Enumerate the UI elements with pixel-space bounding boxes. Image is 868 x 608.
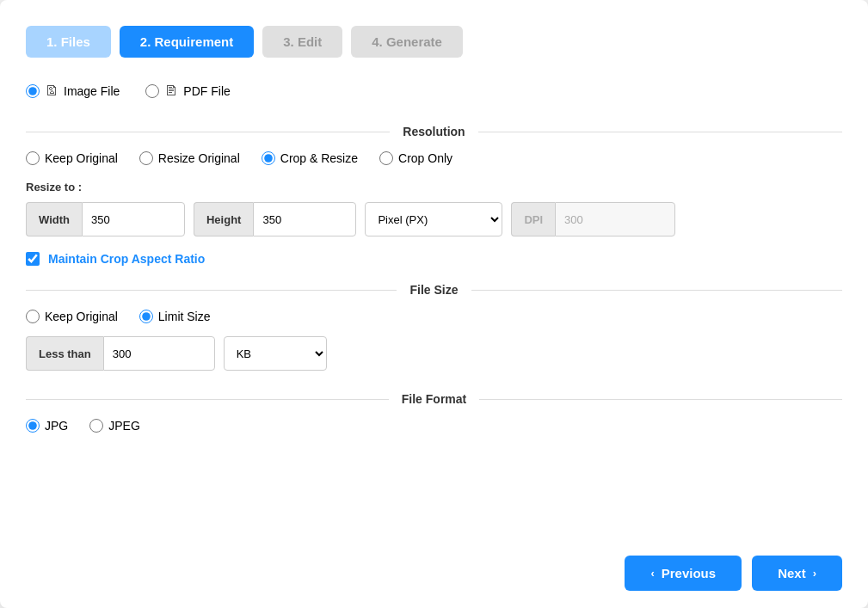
next-button[interactable]: Next › xyxy=(752,556,842,591)
step-4-generate: 4. Generate xyxy=(351,26,463,58)
resize-inputs-row: Width Height Pixel (PX) Inch (IN) Centim… xyxy=(26,202,842,236)
height-input-group: Height xyxy=(194,202,356,236)
filesize-section-title: File Size xyxy=(397,283,471,297)
height-input[interactable] xyxy=(253,202,356,236)
image-file-option[interactable]: 🖻 Image File xyxy=(26,83,120,99)
width-input[interactable] xyxy=(82,202,185,236)
pdf-file-option[interactable]: 🖹 PDF File xyxy=(145,83,230,99)
pdf-file-radio[interactable] xyxy=(145,84,159,98)
previous-label: Previous xyxy=(662,566,716,580)
filesize-keep-original-radio[interactable] xyxy=(26,310,40,323)
main-container: 1. Files 2. Requirement 3. Edit 4. Gener… xyxy=(0,0,868,608)
resolution-divider: Resolution xyxy=(26,125,842,138)
next-chevron-icon: › xyxy=(813,567,816,580)
image-file-radio[interactable] xyxy=(26,84,40,98)
filesize-keep-original-label: Keep Original xyxy=(45,310,118,323)
image-file-icon: 🖻 xyxy=(45,83,58,99)
resolution-crop-resize-label: Crop & Resize xyxy=(280,151,358,165)
height-prefix: Height xyxy=(194,202,253,236)
image-file-label: Image File xyxy=(64,84,120,98)
filesize-limit-size-label: Limit Size xyxy=(158,310,211,323)
filesize-limit-size[interactable]: Limit Size xyxy=(139,310,211,323)
resolution-crop-resize[interactable]: Crop & Resize xyxy=(262,151,358,165)
file-type-section: 🖻 Image File 🖹 PDF File xyxy=(26,83,842,99)
filesize-keep-original[interactable]: Keep Original xyxy=(26,310,118,323)
resolution-resize-original-label: Resize Original xyxy=(158,151,240,165)
dpi-input-group: DPI xyxy=(511,202,675,236)
format-jpeg-label: JPEG xyxy=(108,419,140,433)
format-jpg-radio[interactable] xyxy=(26,419,40,433)
fileformat-divider-line-right xyxy=(479,399,842,400)
step-2-requirement[interactable]: 2. Requirement xyxy=(120,26,254,58)
resize-to-label: Resize to : xyxy=(26,181,842,193)
resolution-keep-original-label: Keep Original xyxy=(45,151,118,165)
step-1-files[interactable]: 1. Files xyxy=(26,26,111,58)
fileformat-section-title: File Format xyxy=(389,392,479,406)
filesize-unit-select[interactable]: KB MB xyxy=(224,336,327,371)
resolution-crop-only-radio[interactable] xyxy=(379,151,393,165)
format-jpeg-option[interactable]: JPEG xyxy=(89,419,140,433)
previous-button[interactable]: ‹ Previous xyxy=(625,556,742,591)
footer-navigation: ‹ Previous Next › xyxy=(26,530,842,591)
resolution-section-title: Resolution xyxy=(390,125,477,138)
resolution-resize-original[interactable]: Resize Original xyxy=(139,151,240,165)
fileformat-options-row: JPG JPEG xyxy=(26,419,842,433)
step-3-edit: 3. Edit xyxy=(262,26,342,58)
resolution-crop-only[interactable]: Crop Only xyxy=(379,151,452,165)
dpi-prefix: DPI xyxy=(511,202,555,236)
previous-chevron-icon: ‹ xyxy=(650,567,654,580)
filesize-input-row: Less than KB MB xyxy=(26,336,842,371)
maintain-crop-checkbox[interactable] xyxy=(26,252,40,266)
less-than-group: Less than xyxy=(26,336,215,371)
fileformat-divider: File Format xyxy=(26,392,842,406)
resolution-crop-resize-radio[interactable] xyxy=(262,151,275,165)
maintain-crop-row: Maintain Crop Aspect Ratio xyxy=(26,252,842,266)
divider-line-left xyxy=(26,132,390,132)
dpi-input xyxy=(555,202,675,236)
fileformat-divider-line-left xyxy=(26,399,389,400)
resolution-options-row: Keep Original Resize Original Crop & Res… xyxy=(26,151,842,165)
next-label: Next xyxy=(778,566,806,580)
filesize-divider-line-left xyxy=(26,290,397,291)
pdf-file-label: PDF File xyxy=(183,84,230,98)
format-jpeg-radio[interactable] xyxy=(89,419,103,433)
steps-bar: 1. Files 2. Requirement 3. Edit 4. Gener… xyxy=(26,26,842,58)
less-than-prefix: Less than xyxy=(26,336,103,371)
less-than-input[interactable] xyxy=(103,336,215,371)
width-prefix: Width xyxy=(26,202,82,236)
filesize-limit-size-radio[interactable] xyxy=(139,310,153,323)
format-jpg-label: JPG xyxy=(45,419,68,433)
resolution-resize-original-radio[interactable] xyxy=(139,151,153,165)
pdf-file-icon: 🖹 xyxy=(164,83,178,99)
width-input-group: Width xyxy=(26,202,185,236)
resolution-keep-original[interactable]: Keep Original xyxy=(26,151,118,165)
filesize-options-row: Keep Original Limit Size xyxy=(26,310,842,323)
filesize-divider-line-right xyxy=(471,290,842,291)
format-jpg-option[interactable]: JPG xyxy=(26,419,68,433)
resolution-crop-only-label: Crop Only xyxy=(398,151,452,165)
divider-line-right xyxy=(478,132,842,132)
maintain-crop-label: Maintain Crop Aspect Ratio xyxy=(48,252,205,266)
resolution-keep-original-radio[interactable] xyxy=(26,151,40,165)
filesize-divider: File Size xyxy=(26,283,842,297)
unit-select[interactable]: Pixel (PX) Inch (IN) Centimeter (CM) xyxy=(365,202,502,236)
